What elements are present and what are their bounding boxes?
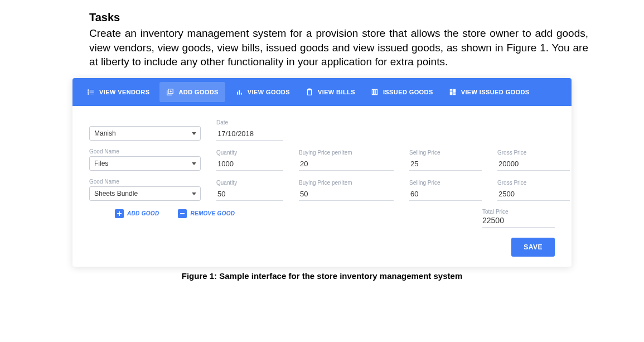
gross-price-label: Gross Price bbox=[497, 180, 570, 186]
buying-price-input[interactable] bbox=[299, 187, 394, 201]
svg-rect-9 bbox=[237, 91, 238, 94]
tab-issued-goods[interactable]: ISSUED GOODS bbox=[363, 78, 441, 106]
quantity-label: Quantity bbox=[216, 180, 283, 186]
selling-price-input[interactable] bbox=[409, 187, 482, 201]
quantity-input[interactable] bbox=[216, 157, 283, 171]
plus-icon bbox=[115, 209, 124, 218]
svg-rect-14 bbox=[372, 89, 373, 94]
total-price-value: 22500 bbox=[482, 216, 555, 228]
gross-price-label: Gross Price bbox=[497, 150, 570, 156]
selling-price-label: Selling Price bbox=[409, 180, 482, 186]
gross-price-output bbox=[497, 187, 570, 201]
selling-price-input[interactable] bbox=[409, 157, 482, 171]
tab-label: ISSUED GOODS bbox=[383, 89, 433, 95]
figure-caption: Figure 1: Sample interface for the store… bbox=[6, 271, 638, 281]
add-goods-form: Date Good Name Quantity Buying Price per… bbox=[72, 106, 572, 267]
svg-rect-10 bbox=[239, 90, 240, 94]
tab-view-goods[interactable]: VIEW GOODS bbox=[227, 78, 298, 106]
minus-icon bbox=[178, 209, 187, 218]
date-input[interactable] bbox=[216, 127, 283, 141]
buying-price-label: Buying Price per/Item bbox=[299, 180, 394, 186]
remove-good-button[interactable]: REMOVE GOOD bbox=[175, 209, 238, 219]
svg-rect-18 bbox=[449, 91, 452, 95]
quantity-input[interactable] bbox=[216, 187, 283, 201]
svg-rect-15 bbox=[374, 89, 375, 94]
tab-view-issued-goods[interactable]: VIEW ISSUED GOODS bbox=[441, 78, 538, 106]
quantity-label: Quantity bbox=[216, 150, 283, 156]
total-price-label: Total Price bbox=[482, 209, 555, 215]
tab-label: ADD GOODS bbox=[178, 89, 218, 95]
tab-label: VIEW BILLS bbox=[318, 89, 355, 95]
tab-view-vendors[interactable]: VIEW VENDORS bbox=[79, 78, 157, 106]
tasks-heading: Tasks bbox=[89, 11, 638, 24]
bar-chart-icon bbox=[235, 88, 243, 96]
tab-label: VIEW VENDORS bbox=[99, 89, 149, 95]
button-label: REMOVE GOOD bbox=[190, 210, 235, 216]
good-name-label: Good Name bbox=[89, 179, 201, 185]
svg-point-3 bbox=[88, 90, 89, 90]
svg-rect-13 bbox=[308, 89, 311, 90]
svg-rect-20 bbox=[453, 93, 456, 95]
tab-label: VIEW ISSUED GOODS bbox=[461, 89, 530, 95]
save-button[interactable]: SAVE bbox=[511, 238, 555, 257]
svg-point-5 bbox=[88, 94, 89, 94]
svg-point-4 bbox=[88, 91, 89, 92]
dashboard-icon bbox=[449, 88, 457, 96]
library-add-icon bbox=[166, 88, 174, 96]
button-label: ADD GOOD bbox=[127, 210, 159, 216]
svg-rect-11 bbox=[241, 93, 242, 95]
gross-price-output bbox=[497, 157, 570, 171]
vendor-label bbox=[89, 118, 201, 124]
add-good-button[interactable]: ADD GOOD bbox=[112, 209, 162, 219]
clipboard-icon bbox=[306, 88, 313, 96]
good-name-select[interactable] bbox=[89, 186, 201, 201]
vendor-select[interactable] bbox=[89, 126, 201, 141]
list-icon bbox=[87, 88, 95, 96]
buying-price-label: Buying Price per/Item bbox=[299, 150, 394, 156]
tab-view-bills[interactable]: VIEW BILLS bbox=[298, 78, 363, 106]
good-name-label: Good Name bbox=[89, 148, 201, 155]
tasks-paragraph: Create an inventory management system fo… bbox=[89, 26, 588, 69]
good-name-select[interactable] bbox=[89, 156, 201, 171]
tab-add-goods[interactable]: ADD GOODS bbox=[159, 82, 225, 102]
app-screenshot: VIEW VENDORS ADD GOODS VIEW GOODS VIEW B… bbox=[72, 78, 572, 267]
svg-rect-17 bbox=[449, 89, 452, 91]
nav-tabs: VIEW VENDORS ADD GOODS VIEW GOODS VIEW B… bbox=[72, 78, 572, 106]
date-label: Date bbox=[216, 119, 283, 126]
tab-label: VIEW GOODS bbox=[248, 89, 290, 95]
selling-price-label: Selling Price bbox=[409, 150, 482, 156]
svg-rect-19 bbox=[453, 89, 456, 93]
buying-price-input[interactable] bbox=[299, 157, 394, 171]
svg-rect-16 bbox=[376, 89, 377, 94]
books-icon bbox=[371, 88, 379, 96]
